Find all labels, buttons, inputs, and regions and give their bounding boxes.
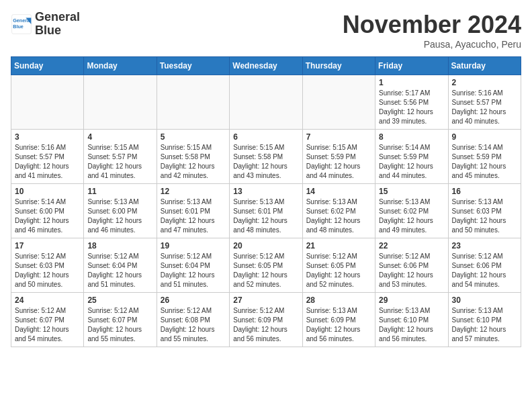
day-number: 2 xyxy=(452,78,517,87)
calendar-cell: 12Sunrise: 5:13 AMSunset: 6:01 PMDayligh… xyxy=(157,184,229,238)
month-title: November 2024 xyxy=(343,11,521,39)
day-info: Sunrise: 5:12 AMSunset: 6:04 PMDaylight:… xyxy=(87,252,152,289)
calendar-cell: 18Sunrise: 5:12 AMSunset: 6:04 PMDayligh… xyxy=(84,238,157,293)
day-number: 18 xyxy=(87,241,152,250)
calendar-cell: 10Sunrise: 5:14 AMSunset: 6:00 PMDayligh… xyxy=(11,184,84,238)
day-info: Sunrise: 5:12 AMSunset: 6:09 PMDaylight:… xyxy=(233,306,298,344)
day-info: Sunrise: 5:12 AMSunset: 6:06 PMDaylight:… xyxy=(452,252,517,289)
logo-line1: General xyxy=(35,11,80,24)
calendar-cell: 24Sunrise: 5:12 AMSunset: 6:07 PMDayligh… xyxy=(11,293,84,347)
calendar-cell xyxy=(230,75,302,130)
day-info: Sunrise: 5:13 AMSunset: 6:01 PMDaylight:… xyxy=(233,197,298,235)
col-header-wednesday: Wednesday xyxy=(230,57,302,75)
day-number: 21 xyxy=(306,241,371,250)
calendar-week-1: 1Sunrise: 5:17 AMSunset: 5:56 PMDaylight… xyxy=(11,75,521,130)
calendar-table: SundayMondayTuesdayWednesdayThursdayFrid… xyxy=(11,56,521,347)
calendar-cell: 26Sunrise: 5:12 AMSunset: 6:08 PMDayligh… xyxy=(157,293,229,347)
day-info: Sunrise: 5:17 AMSunset: 5:56 PMDaylight:… xyxy=(379,89,444,126)
calendar-cell: 11Sunrise: 5:13 AMSunset: 6:00 PMDayligh… xyxy=(84,184,157,238)
day-number: 10 xyxy=(15,187,80,196)
day-info: Sunrise: 5:16 AMSunset: 5:57 PMDaylight:… xyxy=(452,89,517,126)
day-number: 6 xyxy=(233,132,298,142)
day-number: 17 xyxy=(15,241,80,250)
svg-text:Blue: Blue xyxy=(13,23,24,29)
logo-text: General Blue xyxy=(35,11,80,38)
day-number: 30 xyxy=(452,295,517,305)
day-info: Sunrise: 5:14 AMSunset: 6:00 PMDaylight:… xyxy=(15,197,80,235)
calendar-week-2: 3Sunrise: 5:16 AMSunset: 5:57 PMDaylight… xyxy=(11,130,521,184)
calendar-cell: 3Sunrise: 5:16 AMSunset: 5:57 PMDaylight… xyxy=(11,130,84,184)
calendar-cell: 17Sunrise: 5:12 AMSunset: 6:03 PMDayligh… xyxy=(11,238,84,293)
calendar-cell: 15Sunrise: 5:13 AMSunset: 6:02 PMDayligh… xyxy=(375,184,448,238)
day-number: 25 xyxy=(87,295,152,305)
calendar-cell xyxy=(302,75,375,130)
day-number: 29 xyxy=(379,295,444,305)
calendar-cell: 14Sunrise: 5:13 AMSunset: 6:02 PMDayligh… xyxy=(302,184,375,238)
calendar-cell xyxy=(157,75,229,130)
day-info: Sunrise: 5:12 AMSunset: 6:06 PMDaylight:… xyxy=(379,252,444,289)
calendar-cell xyxy=(84,75,157,130)
day-number: 15 xyxy=(379,187,444,196)
calendar-cell: 27Sunrise: 5:12 AMSunset: 6:09 PMDayligh… xyxy=(230,293,302,347)
col-header-saturday: Saturday xyxy=(448,57,521,75)
day-number: 27 xyxy=(233,295,298,305)
day-info: Sunrise: 5:13 AMSunset: 6:03 PMDaylight:… xyxy=(452,197,517,235)
calendar-cell: 7Sunrise: 5:15 AMSunset: 5:59 PMDaylight… xyxy=(302,130,375,184)
day-info: Sunrise: 5:13 AMSunset: 6:10 PMDaylight:… xyxy=(452,306,517,344)
day-number: 14 xyxy=(306,187,371,196)
page-header: General Blue General Blue November 2024 … xyxy=(11,11,521,50)
calendar-cell: 13Sunrise: 5:13 AMSunset: 6:01 PMDayligh… xyxy=(230,184,302,238)
calendar-cell: 30Sunrise: 5:13 AMSunset: 6:10 PMDayligh… xyxy=(448,293,521,347)
day-info: Sunrise: 5:12 AMSunset: 6:05 PMDaylight:… xyxy=(306,252,371,289)
day-number: 20 xyxy=(233,241,298,250)
day-info: Sunrise: 5:12 AMSunset: 6:07 PMDaylight:… xyxy=(15,306,80,344)
day-number: 28 xyxy=(306,295,371,305)
day-number: 16 xyxy=(452,187,517,196)
calendar-week-3: 10Sunrise: 5:14 AMSunset: 6:00 PMDayligh… xyxy=(11,184,521,238)
day-info: Sunrise: 5:13 AMSunset: 6:10 PMDaylight:… xyxy=(379,306,444,344)
calendar-cell: 22Sunrise: 5:12 AMSunset: 6:06 PMDayligh… xyxy=(375,238,448,293)
calendar-cell xyxy=(11,75,84,130)
calendar-week-5: 24Sunrise: 5:12 AMSunset: 6:07 PMDayligh… xyxy=(11,293,521,347)
col-header-friday: Friday xyxy=(375,57,448,75)
day-number: 24 xyxy=(15,295,80,305)
calendar-cell: 8Sunrise: 5:14 AMSunset: 5:59 PMDaylight… xyxy=(375,130,448,184)
day-number: 7 xyxy=(306,132,371,142)
day-info: Sunrise: 5:15 AMSunset: 5:57 PMDaylight:… xyxy=(87,143,152,181)
day-info: Sunrise: 5:13 AMSunset: 6:01 PMDaylight:… xyxy=(161,197,226,235)
day-info: Sunrise: 5:13 AMSunset: 6:00 PMDaylight:… xyxy=(87,197,152,235)
day-info: Sunrise: 5:14 AMSunset: 5:59 PMDaylight:… xyxy=(379,143,444,181)
day-info: Sunrise: 5:12 AMSunset: 6:07 PMDaylight:… xyxy=(87,306,152,344)
day-number: 3 xyxy=(15,132,80,142)
day-number: 19 xyxy=(161,241,226,250)
day-info: Sunrise: 5:16 AMSunset: 5:57 PMDaylight:… xyxy=(15,143,80,181)
location-subtitle: Pausa, Ayacucho, Peru xyxy=(343,39,521,50)
day-number: 9 xyxy=(452,132,517,142)
col-header-sunday: Sunday xyxy=(11,57,84,75)
calendar-week-4: 17Sunrise: 5:12 AMSunset: 6:03 PMDayligh… xyxy=(11,238,521,293)
day-number: 1 xyxy=(379,78,444,87)
calendar-cell: 6Sunrise: 5:15 AMSunset: 5:58 PMDaylight… xyxy=(230,130,302,184)
calendar-cell: 20Sunrise: 5:12 AMSunset: 6:05 PMDayligh… xyxy=(230,238,302,293)
day-number: 13 xyxy=(233,187,298,196)
calendar-cell: 28Sunrise: 5:13 AMSunset: 6:09 PMDayligh… xyxy=(302,293,375,347)
day-info: Sunrise: 5:13 AMSunset: 6:02 PMDaylight:… xyxy=(379,197,444,235)
col-header-thursday: Thursday xyxy=(302,57,375,75)
day-info: Sunrise: 5:15 AMSunset: 5:58 PMDaylight:… xyxy=(233,143,298,181)
logo-icon: General Blue xyxy=(11,13,32,35)
logo: General Blue General Blue xyxy=(11,11,80,38)
day-info: Sunrise: 5:12 AMSunset: 6:03 PMDaylight:… xyxy=(15,252,80,289)
day-info: Sunrise: 5:15 AMSunset: 5:58 PMDaylight:… xyxy=(161,143,226,181)
day-info: Sunrise: 5:12 AMSunset: 6:04 PMDaylight:… xyxy=(161,252,226,289)
day-info: Sunrise: 5:13 AMSunset: 6:09 PMDaylight:… xyxy=(306,306,371,344)
day-number: 22 xyxy=(379,241,444,250)
calendar-cell: 23Sunrise: 5:12 AMSunset: 6:06 PMDayligh… xyxy=(448,238,521,293)
calendar-cell: 25Sunrise: 5:12 AMSunset: 6:07 PMDayligh… xyxy=(84,293,157,347)
calendar-cell: 29Sunrise: 5:13 AMSunset: 6:10 PMDayligh… xyxy=(375,293,448,347)
day-number: 5 xyxy=(161,132,226,142)
day-number: 26 xyxy=(161,295,226,305)
calendar-cell: 2Sunrise: 5:16 AMSunset: 5:57 PMDaylight… xyxy=(448,75,521,130)
logo-line2: Blue xyxy=(35,24,80,38)
day-info: Sunrise: 5:12 AMSunset: 6:05 PMDaylight:… xyxy=(233,252,298,289)
day-number: 8 xyxy=(379,132,444,142)
